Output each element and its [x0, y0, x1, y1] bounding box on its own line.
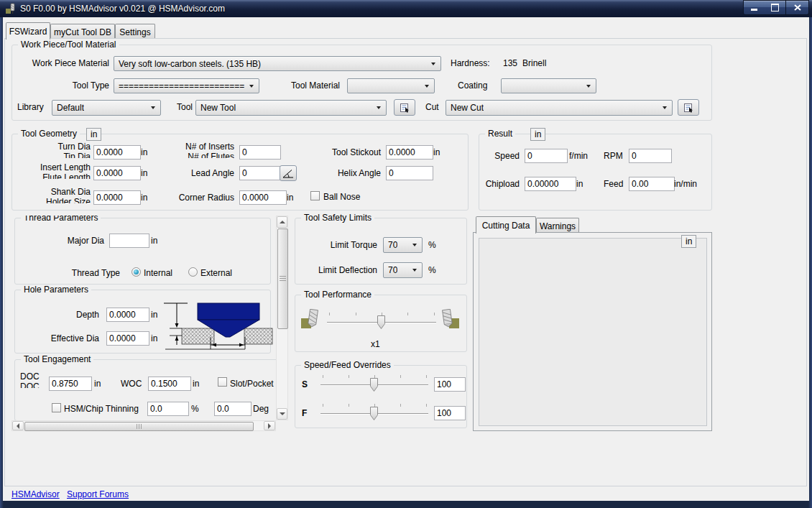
- app-icon: [5, 3, 17, 14]
- dropdown-arrow-icon: [425, 85, 429, 88]
- tool-stickout-input[interactable]: [386, 145, 433, 160]
- hsm-percent-input[interactable]: [147, 402, 189, 416]
- library-label: Library: [17, 102, 44, 112]
- tool-value: New Tool: [200, 103, 236, 113]
- hole-diagram: [164, 296, 273, 351]
- horizontal-scrollbar-thumb[interactable]: [24, 422, 254, 431]
- lead-angle-button[interactable]: [280, 165, 297, 181]
- parameters-scroll-panel: Thread Parameters Major Dia in Thread Ty…: [11, 216, 276, 420]
- limit-torque-value: 70: [388, 240, 397, 250]
- limit-deflection-combo[interactable]: 70: [383, 262, 423, 278]
- maximize-button[interactable]: [765, 0, 786, 15]
- doc-label: DOCDOC: [20, 371, 49, 388]
- cutting-data-content: [479, 238, 707, 426]
- thread-internal-radio[interactable]: [132, 267, 141, 277]
- tab-warnings-label: Warnings: [540, 221, 576, 231]
- dropdown-arrow-icon: [431, 63, 435, 65]
- work-piece-material-combo[interactable]: Very soft low-carbon steels. (135 HB): [114, 56, 441, 71]
- speed-slider-thumb[interactable]: [370, 378, 378, 392]
- effective-dia-input[interactable]: [106, 331, 149, 346]
- scroll-down-button[interactable]: [277, 408, 287, 420]
- helix-angle-input[interactable]: [386, 166, 433, 180]
- doc-input[interactable]: [49, 377, 92, 391]
- tool-combo[interactable]: New Tool: [195, 100, 387, 116]
- scroll-left-icon: [17, 423, 19, 429]
- tab-cutting-data[interactable]: Cutting Data: [476, 216, 536, 234]
- tool-edit-button[interactable]: [394, 99, 415, 116]
- speed-override-input[interactable]: [434, 377, 466, 392]
- limit-torque-combo[interactable]: 70: [383, 237, 423, 253]
- scroll-right-button[interactable]: [264, 421, 275, 430]
- scrollbar-grip-icon: [280, 276, 286, 281]
- cut-edit-button[interactable]: [678, 99, 699, 116]
- hardness-label: Hardness:: [451, 58, 490, 68]
- tab-mycut-tool-db[interactable]: myCut Tool DB: [50, 24, 115, 40]
- shank-dia-input[interactable]: [93, 190, 141, 205]
- tool-material-combo[interactable]: [347, 78, 435, 93]
- woc-input[interactable]: [148, 377, 191, 391]
- num-inserts-input[interactable]: [239, 145, 281, 160]
- feed-input[interactable]: [629, 177, 675, 191]
- speed-input[interactable]: [525, 149, 568, 163]
- insert-length-input[interactable]: [93, 166, 141, 180]
- tool-label: Tool: [177, 102, 193, 112]
- turn-dia-input[interactable]: [93, 145, 141, 160]
- speed-label: Speed: [484, 151, 520, 161]
- feed-slider-thumb[interactable]: [370, 407, 378, 420]
- tab-cutting-data-label: Cutting Data: [482, 221, 530, 231]
- library-value: Default: [57, 103, 84, 113]
- support-forums-link[interactable]: Support Forums: [67, 489, 129, 499]
- dropdown-arrow-icon: [151, 106, 155, 109]
- hsm-chip-thinning-checkbox[interactable]: [52, 403, 61, 412]
- depth-unit: in: [151, 310, 157, 320]
- hardness-scale: Brinell: [522, 58, 546, 68]
- feed-override-input[interactable]: [434, 406, 466, 420]
- tab-warnings[interactable]: Warnings: [536, 218, 579, 234]
- effective-dia-unit: in: [151, 333, 157, 343]
- performance-slider[interactable]: [327, 313, 436, 331]
- vertical-scrollbar[interactable]: [276, 216, 288, 420]
- cut-combo[interactable]: New Cut: [446, 100, 673, 116]
- horizontal-scrollbar[interactable]: [11, 420, 276, 431]
- ball-nose-label: Ball Nose: [323, 192, 360, 202]
- coating-combo[interactable]: [501, 78, 596, 93]
- thread-external-radio[interactable]: [188, 267, 198, 277]
- slider-tick: [434, 313, 435, 315]
- close-button[interactable]: [786, 0, 809, 15]
- insert-length-unit: in: [141, 168, 147, 178]
- limit-deflection-label: Limit Deflection: [309, 265, 377, 275]
- rpm-input[interactable]: [629, 149, 672, 163]
- scroll-up-button[interactable]: [277, 216, 287, 228]
- chipload-input[interactable]: [525, 177, 576, 191]
- tab-settings[interactable]: Settings: [115, 24, 155, 40]
- feed-override-slider[interactable]: [320, 404, 428, 422]
- lead-angle-input[interactable]: [239, 166, 281, 180]
- slot-pocket-checkbox[interactable]: [218, 377, 227, 387]
- library-combo[interactable]: Default: [52, 100, 161, 116]
- tool-type-combo[interactable]: ==========================: [114, 78, 259, 93]
- shank-dia-unit: in: [141, 193, 147, 203]
- tab-fswizard[interactable]: FSWizard: [6, 22, 50, 40]
- hsmadvisor-link[interactable]: HSMAdvisor: [11, 489, 60, 499]
- rpm-label: RPM: [604, 151, 623, 161]
- depth-label: Depth: [40, 310, 99, 320]
- maximize-icon: [771, 4, 779, 11]
- corner-radius-input[interactable]: [239, 190, 287, 205]
- hsm-angle-input[interactable]: [214, 402, 252, 416]
- scroll-left-button[interactable]: [12, 421, 24, 430]
- slider-tick: [426, 404, 427, 407]
- tab-mycut-label: myCut Tool DB: [54, 27, 111, 37]
- window-title: S0 F0.00 by HSMAdvisor v0.021 @ HSMAdvis…: [20, 4, 225, 14]
- speed-override-slider[interactable]: [320, 375, 428, 394]
- performance-slider-thumb[interactable]: [377, 315, 385, 329]
- minimize-button[interactable]: [743, 0, 765, 15]
- result-unit-tag: in: [530, 128, 545, 141]
- slot-pocket-label: Slot/Pocket: [230, 379, 274, 389]
- lead-angle-label: Lead Angle: [181, 168, 234, 178]
- vertical-scrollbar-thumb[interactable]: [277, 228, 288, 329]
- ball-nose-checkbox[interactable]: [310, 191, 320, 200]
- hardness-value: 135: [503, 58, 517, 68]
- depth-input[interactable]: [106, 308, 149, 322]
- feed-unit: in/min: [674, 179, 697, 189]
- major-dia-input[interactable]: [109, 234, 149, 248]
